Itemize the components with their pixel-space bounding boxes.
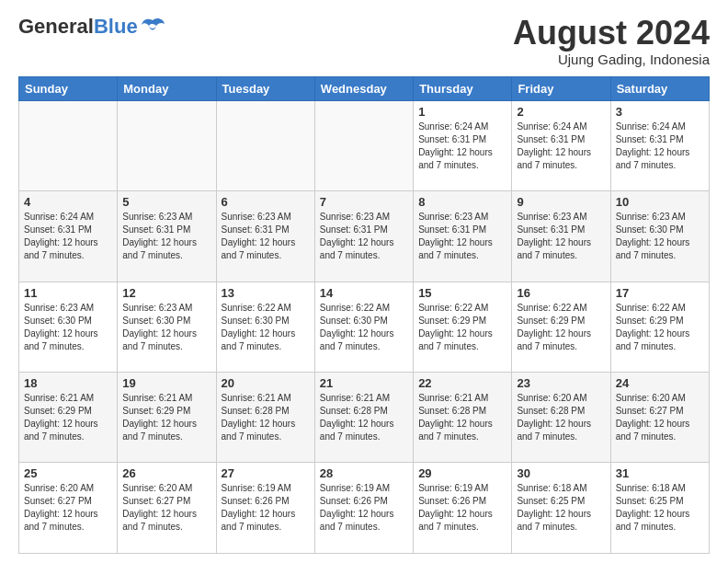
col-sunday: Sunday [19, 76, 118, 100]
calendar-cell: 2Sunrise: 6:24 AM Sunset: 6:31 PM Daylig… [512, 100, 610, 190]
day-info: Sunrise: 6:19 AM Sunset: 6:26 PM Dayligh… [320, 482, 408, 534]
calendar-table: Sunday Monday Tuesday Wednesday Thursday… [18, 76, 710, 554]
day-number: 15 [418, 286, 506, 300]
calendar-cell: 5Sunrise: 6:23 AM Sunset: 6:31 PM Daylig… [118, 191, 216, 282]
day-info: Sunrise: 6:18 AM Sunset: 6:25 PM Dayligh… [517, 482, 605, 534]
day-number: 20 [222, 376, 310, 390]
day-number: 6 [222, 195, 310, 209]
calendar-cell: 28Sunrise: 6:19 AM Sunset: 6:26 PM Dayli… [314, 463, 413, 554]
day-info: Sunrise: 6:21 AM Sunset: 6:28 PM Dayligh… [222, 392, 310, 443]
calendar-cell: 14Sunrise: 6:22 AM Sunset: 6:30 PM Dayli… [314, 282, 413, 372]
calendar-cell: 26Sunrise: 6:20 AM Sunset: 6:27 PM Dayli… [118, 463, 216, 554]
col-thursday: Thursday [414, 76, 512, 100]
day-number: 25 [24, 466, 112, 480]
day-number: 9 [517, 195, 605, 209]
day-info: Sunrise: 6:22 AM Sunset: 6:29 PM Dayligh… [616, 302, 704, 353]
location: Ujung Gading, Indonesia [513, 52, 710, 67]
day-number: 28 [320, 466, 408, 480]
day-number: 24 [616, 376, 704, 390]
day-number: 10 [616, 195, 704, 209]
logo-general: General [18, 15, 94, 39]
calendar-cell: 13Sunrise: 6:22 AM Sunset: 6:30 PM Dayli… [216, 282, 314, 372]
day-info: Sunrise: 6:24 AM Sunset: 6:31 PM Dayligh… [24, 211, 112, 262]
day-number: 31 [616, 466, 704, 480]
day-number: 17 [616, 286, 704, 300]
calendar-cell: 16Sunrise: 6:22 AM Sunset: 6:29 PM Dayli… [512, 282, 610, 372]
calendar-cell: 29Sunrise: 6:19 AM Sunset: 6:26 PM Dayli… [414, 463, 512, 554]
day-number: 22 [418, 376, 506, 390]
col-tuesday: Tuesday [216, 76, 314, 100]
logo-bird-icon [140, 17, 165, 37]
calendar-cell: 12Sunrise: 6:23 AM Sunset: 6:30 PM Dayli… [118, 282, 216, 372]
day-info: Sunrise: 6:20 AM Sunset: 6:28 PM Dayligh… [517, 392, 605, 443]
day-info: Sunrise: 6:23 AM Sunset: 6:31 PM Dayligh… [222, 211, 310, 262]
day-info: Sunrise: 6:20 AM Sunset: 6:27 PM Dayligh… [616, 392, 704, 443]
col-monday: Monday [118, 76, 216, 100]
day-number: 4 [24, 195, 112, 209]
week-row-3: 11Sunrise: 6:23 AM Sunset: 6:30 PM Dayli… [19, 282, 710, 372]
calendar-cell: 30Sunrise: 6:18 AM Sunset: 6:25 PM Dayli… [512, 463, 610, 554]
day-info: Sunrise: 6:23 AM Sunset: 6:31 PM Dayligh… [320, 211, 408, 262]
week-row-5: 25Sunrise: 6:20 AM Sunset: 6:27 PM Dayli… [19, 463, 710, 554]
day-number: 7 [320, 195, 408, 209]
day-number: 23 [517, 376, 605, 390]
calendar-cell: 6Sunrise: 6:23 AM Sunset: 6:31 PM Daylig… [216, 191, 314, 282]
calendar-cell: 27Sunrise: 6:19 AM Sunset: 6:26 PM Dayli… [216, 463, 314, 554]
calendar-cell: 18Sunrise: 6:21 AM Sunset: 6:29 PM Dayli… [19, 373, 118, 463]
day-number: 14 [320, 286, 408, 300]
day-number: 2 [517, 105, 605, 119]
calendar-cell [118, 100, 216, 190]
day-number: 18 [24, 376, 112, 390]
day-info: Sunrise: 6:24 AM Sunset: 6:31 PM Dayligh… [418, 121, 506, 172]
col-wednesday: Wednesday [314, 76, 413, 100]
day-number: 29 [418, 466, 506, 480]
day-info: Sunrise: 6:22 AM Sunset: 6:30 PM Dayligh… [320, 302, 408, 353]
day-info: Sunrise: 6:22 AM Sunset: 6:29 PM Dayligh… [418, 302, 506, 353]
calendar-cell: 25Sunrise: 6:20 AM Sunset: 6:27 PM Dayli… [19, 463, 118, 554]
day-info: Sunrise: 6:22 AM Sunset: 6:30 PM Dayligh… [222, 302, 310, 353]
day-number: 3 [616, 105, 704, 119]
week-row-2: 4Sunrise: 6:24 AM Sunset: 6:31 PM Daylig… [19, 191, 710, 282]
calendar-cell [19, 100, 118, 190]
col-friday: Friday [512, 76, 610, 100]
day-number: 27 [222, 466, 310, 480]
calendar-cell: 8Sunrise: 6:23 AM Sunset: 6:31 PM Daylig… [414, 191, 512, 282]
day-info: Sunrise: 6:21 AM Sunset: 6:29 PM Dayligh… [122, 392, 210, 443]
day-info: Sunrise: 6:21 AM Sunset: 6:28 PM Dayligh… [320, 392, 408, 443]
calendar-cell: 31Sunrise: 6:18 AM Sunset: 6:25 PM Dayli… [610, 463, 709, 554]
day-number: 8 [418, 195, 506, 209]
calendar-cell: 4Sunrise: 6:24 AM Sunset: 6:31 PM Daylig… [19, 191, 118, 282]
day-number: 12 [122, 286, 210, 300]
title-block: August 2024 Ujung Gading, Indonesia [513, 15, 710, 67]
day-info: Sunrise: 6:23 AM Sunset: 6:30 PM Dayligh… [122, 302, 210, 353]
calendar-cell: 24Sunrise: 6:20 AM Sunset: 6:27 PM Dayli… [610, 373, 709, 463]
day-number: 30 [517, 466, 605, 480]
calendar-header-row: Sunday Monday Tuesday Wednesday Thursday… [19, 76, 710, 100]
calendar-cell: 20Sunrise: 6:21 AM Sunset: 6:28 PM Dayli… [216, 373, 314, 463]
col-saturday: Saturday [610, 76, 709, 100]
calendar-cell [314, 100, 413, 190]
logo: GeneralBlue [18, 15, 165, 39]
day-number: 26 [122, 466, 210, 480]
day-number: 19 [122, 376, 210, 390]
day-info: Sunrise: 6:19 AM Sunset: 6:26 PM Dayligh… [222, 482, 310, 534]
day-number: 5 [122, 195, 210, 209]
day-number: 21 [320, 376, 408, 390]
calendar-cell: 22Sunrise: 6:21 AM Sunset: 6:28 PM Dayli… [414, 373, 512, 463]
week-row-1: 1Sunrise: 6:24 AM Sunset: 6:31 PM Daylig… [19, 100, 710, 190]
logo-text: GeneralBlue [18, 15, 165, 39]
calendar-cell: 15Sunrise: 6:22 AM Sunset: 6:29 PM Dayli… [414, 282, 512, 372]
day-info: Sunrise: 6:23 AM Sunset: 6:30 PM Dayligh… [616, 211, 704, 262]
calendar-cell [216, 100, 314, 190]
day-info: Sunrise: 6:20 AM Sunset: 6:27 PM Dayligh… [122, 482, 210, 534]
calendar-cell: 9Sunrise: 6:23 AM Sunset: 6:31 PM Daylig… [512, 191, 610, 282]
calendar-cell: 1Sunrise: 6:24 AM Sunset: 6:31 PM Daylig… [414, 100, 512, 190]
logo-blue: Blue [94, 15, 138, 39]
day-info: Sunrise: 6:24 AM Sunset: 6:31 PM Dayligh… [517, 121, 605, 172]
day-number: 11 [24, 286, 112, 300]
day-info: Sunrise: 6:22 AM Sunset: 6:29 PM Dayligh… [517, 302, 605, 353]
page: GeneralBlue August 2024 Ujung Gading, In… [0, 0, 728, 563]
day-number: 1 [418, 105, 506, 119]
calendar-cell: 7Sunrise: 6:23 AM Sunset: 6:31 PM Daylig… [314, 191, 413, 282]
day-info: Sunrise: 6:23 AM Sunset: 6:31 PM Dayligh… [517, 211, 605, 262]
